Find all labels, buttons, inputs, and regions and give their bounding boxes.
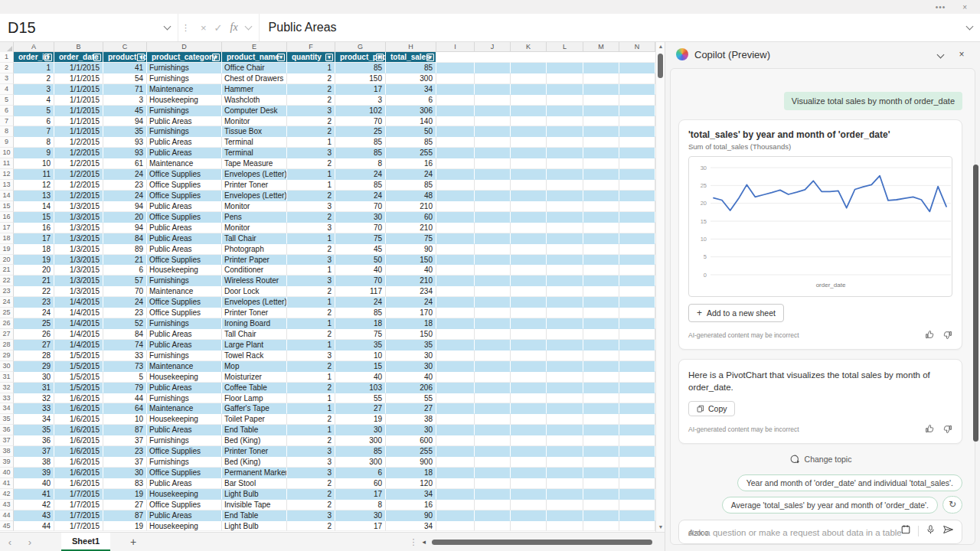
cell[interactable]: Door Lock (222, 286, 287, 297)
microphone-icon[interactable] (926, 524, 936, 538)
empty-cell[interactable] (619, 361, 655, 372)
row-number[interactable]: 45 (0, 521, 14, 532)
cell[interactable]: 1/6/2015 (54, 403, 103, 414)
cell[interactable]: 3 (287, 446, 335, 457)
cell[interactable]: 23 (103, 180, 147, 191)
empty-cell[interactable] (583, 350, 619, 361)
empty-cell[interactable] (547, 500, 583, 510)
cell[interactable]: Furnishings (147, 350, 222, 361)
cell[interactable]: 50 (335, 255, 386, 266)
empty-cell[interactable] (475, 361, 511, 372)
cell[interactable]: Maintenance (147, 84, 222, 95)
sort-filter-icon[interactable]: ↓ (93, 54, 101, 61)
cell[interactable]: 170 (386, 308, 436, 318)
add-sheet-button[interactable]: + (130, 536, 136, 548)
empty-cell[interactable] (547, 63, 583, 73)
cell[interactable]: 5 (14, 106, 54, 116)
empty-cell[interactable] (436, 244, 475, 255)
cell[interactable]: 24 (335, 191, 386, 201)
cell[interactable]: Bar Stool (222, 478, 287, 489)
horizontal-scrollbar[interactable] (430, 539, 660, 546)
cell[interactable]: 1/5/2015 (54, 361, 103, 372)
cell[interactable]: Conditioner (222, 265, 287, 276)
column-header-I[interactable]: I (436, 42, 475, 51)
cell[interactable]: 70 (335, 116, 386, 127)
empty-cell[interactable] (583, 435, 619, 446)
cell[interactable]: 2 (287, 116, 335, 127)
cell[interactable]: 1/1/2015 (54, 73, 103, 84)
empty-cell[interactable] (436, 383, 475, 393)
cell[interactable]: 3 (287, 350, 335, 361)
cell[interactable]: 40 (386, 372, 436, 383)
empty-cell[interactable] (619, 233, 655, 244)
cell[interactable]: 1/6/2015 (54, 393, 103, 404)
empty-cell[interactable] (436, 340, 475, 350)
empty-cell[interactable] (511, 393, 547, 404)
cell[interactable]: 23 (103, 308, 147, 318)
cell[interactable]: 32 (14, 393, 54, 404)
empty-cell[interactable] (547, 393, 583, 404)
empty-cell[interactable] (583, 265, 619, 276)
cell[interactable]: 45 (335, 244, 386, 255)
cell[interactable]: 4 (14, 95, 54, 106)
cell[interactable]: 20 (14, 265, 54, 276)
cell[interactable]: 2 (287, 95, 335, 106)
cell[interactable]: 7 (14, 126, 54, 137)
cell[interactable]: 35 (386, 340, 436, 350)
cell[interactable]: 42 (14, 500, 54, 510)
cell[interactable]: 1/4/2015 (54, 297, 103, 308)
cell[interactable]: 23 (103, 446, 147, 457)
cell[interactable]: 8 (335, 158, 386, 169)
cell[interactable]: 17 (14, 233, 54, 244)
cell[interactable]: 30 (386, 425, 436, 435)
row-number[interactable]: 23 (0, 286, 14, 297)
empty-cell[interactable] (547, 435, 583, 446)
cell[interactable]: 34 (386, 489, 436, 500)
empty-cell[interactable] (583, 489, 619, 500)
header-cell-product_price[interactable]: product_price▾ (335, 52, 386, 63)
empty-cell[interactable] (511, 212, 547, 223)
empty-cell[interactable] (475, 52, 511, 63)
cell[interactable]: Terminal (222, 148, 287, 158)
cell[interactable]: 30 (386, 350, 436, 361)
thumbs-down-icon[interactable] (942, 330, 952, 340)
empty-cell[interactable] (511, 126, 547, 137)
cell[interactable]: 2 (287, 286, 335, 297)
cell[interactable]: 87 (103, 425, 147, 435)
cell[interactable]: End Table (222, 425, 287, 435)
empty-cell[interactable] (511, 403, 547, 414)
empty-cell[interactable] (436, 510, 475, 521)
cell[interactable]: Furnishings (147, 63, 222, 73)
cell[interactable]: Bed (King) (222, 457, 287, 468)
cell[interactable]: Furnishings (147, 73, 222, 84)
cell[interactable]: Chest of Drawers (222, 73, 287, 84)
row-number[interactable]: 6 (0, 106, 14, 116)
empty-cell[interactable] (619, 425, 655, 435)
close-window-icon[interactable]: × (962, 3, 968, 11)
cell[interactable]: 3 (103, 95, 147, 106)
cell[interactable]: 210 (386, 201, 436, 212)
empty-cell[interactable] (436, 63, 475, 73)
empty-cell[interactable] (547, 350, 583, 361)
cell[interactable]: Public Areas (147, 201, 222, 212)
empty-cell[interactable] (619, 403, 655, 414)
cell[interactable]: Printer Toner (222, 180, 287, 191)
row-number[interactable]: 8 (0, 126, 14, 137)
empty-cell[interactable] (511, 521, 547, 532)
empty-cell[interactable] (583, 446, 619, 457)
cell[interactable]: 40 (386, 265, 436, 276)
cell[interactable]: 70 (335, 223, 386, 233)
cell[interactable]: 16 (386, 500, 436, 510)
cell[interactable]: 1/3/2015 (54, 265, 103, 276)
cell[interactable]: 33 (103, 350, 147, 361)
empty-cell[interactable] (619, 137, 655, 148)
cell[interactable]: Maintenance (147, 403, 222, 414)
empty-cell[interactable] (475, 393, 511, 404)
cell[interactable]: 1 (287, 318, 335, 329)
empty-cell[interactable] (511, 191, 547, 201)
empty-cell[interactable] (583, 276, 619, 286)
cell[interactable]: 9 (14, 148, 54, 158)
empty-cell[interactable] (436, 223, 475, 233)
empty-cell[interactable] (547, 244, 583, 255)
empty-cell[interactable] (547, 457, 583, 468)
